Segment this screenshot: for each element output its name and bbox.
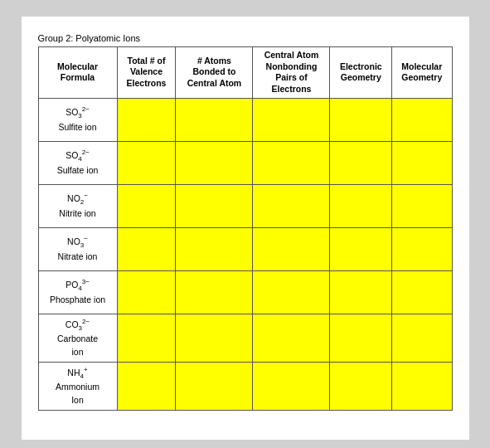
col-header-bonded: # AtomsBonded toCentral Atom <box>176 47 253 99</box>
data-cell-6-3[interactable] <box>330 362 392 410</box>
data-cell-1-1[interactable] <box>176 141 253 184</box>
col-header-molecular: MolecularGeometry <box>392 47 452 99</box>
data-cell-5-0[interactable] <box>117 314 176 362</box>
data-cell-6-1[interactable] <box>176 362 253 410</box>
data-cell-3-0[interactable] <box>117 227 176 270</box>
data-cell-5-3[interactable] <box>330 314 392 362</box>
data-cell-2-3[interactable] <box>330 184 392 227</box>
group-title: Group 2: Polyatomic Ions <box>38 33 453 43</box>
table-row: NO3−Nitrate ion <box>38 227 452 270</box>
row-label-6: NH4+AmmoniumIon <box>38 362 117 410</box>
data-cell-0-4[interactable] <box>392 98 452 141</box>
table-row: PO43−Phosphate ion <box>38 270 452 314</box>
data-cell-3-3[interactable] <box>330 227 392 270</box>
table-row: SO32−Sulfite ion <box>38 98 452 141</box>
data-cell-5-2[interactable] <box>253 314 330 362</box>
col-header-nonbonding: Central AtomNonbondingPairs ofElectrons <box>253 47 330 99</box>
data-cell-0-3[interactable] <box>330 98 392 141</box>
data-cell-3-4[interactable] <box>392 227 452 270</box>
polyatomic-ions-table: MolecularFormula Total # ofValenceElectr… <box>38 46 453 411</box>
data-cell-4-2[interactable] <box>253 270 330 314</box>
table-row: CO32−Carbonateion <box>38 314 452 362</box>
data-cell-2-1[interactable] <box>176 184 253 227</box>
data-cell-0-0[interactable] <box>117 98 176 141</box>
data-cell-1-4[interactable] <box>392 141 452 184</box>
row-label-4: PO43−Phosphate ion <box>38 270 117 314</box>
row-label-1: SO42−Sulfate ion <box>38 141 117 184</box>
col-header-electronic: ElectronicGeometry <box>330 47 392 99</box>
data-cell-0-1[interactable] <box>176 98 253 141</box>
table-row: NO2−Nitrite ion <box>38 184 452 227</box>
row-label-2: NO2−Nitrite ion <box>38 184 117 227</box>
data-cell-2-2[interactable] <box>253 184 330 227</box>
col-header-formula: MolecularFormula <box>38 47 117 99</box>
data-cell-3-2[interactable] <box>253 227 330 270</box>
data-cell-6-4[interactable] <box>392 362 452 410</box>
data-cell-0-2[interactable] <box>253 98 330 141</box>
row-label-5: CO32−Carbonateion <box>38 314 117 362</box>
data-cell-1-3[interactable] <box>330 141 392 184</box>
data-cell-1-2[interactable] <box>253 141 330 184</box>
data-cell-6-2[interactable] <box>253 362 330 410</box>
table-row: NH4+AmmoniumIon <box>38 362 452 410</box>
data-cell-2-4[interactable] <box>392 184 452 227</box>
page: Group 2: Polyatomic Ions MolecularFormul… <box>22 17 469 440</box>
data-cell-5-1[interactable] <box>176 314 253 362</box>
data-cell-4-3[interactable] <box>330 270 392 314</box>
data-cell-4-4[interactable] <box>392 270 452 314</box>
col-header-valence: Total # ofValenceElectrons <box>117 47 176 99</box>
row-label-0: SO32−Sulfite ion <box>38 98 117 141</box>
data-cell-1-0[interactable] <box>117 141 176 184</box>
data-cell-5-4[interactable] <box>392 314 452 362</box>
table-row: SO42−Sulfate ion <box>38 141 452 184</box>
row-label-3: NO3−Nitrate ion <box>38 227 117 270</box>
data-cell-3-1[interactable] <box>176 227 253 270</box>
data-cell-6-0[interactable] <box>117 362 176 410</box>
data-cell-4-0[interactable] <box>117 270 176 314</box>
data-cell-4-1[interactable] <box>176 270 253 314</box>
data-cell-2-0[interactable] <box>117 184 176 227</box>
